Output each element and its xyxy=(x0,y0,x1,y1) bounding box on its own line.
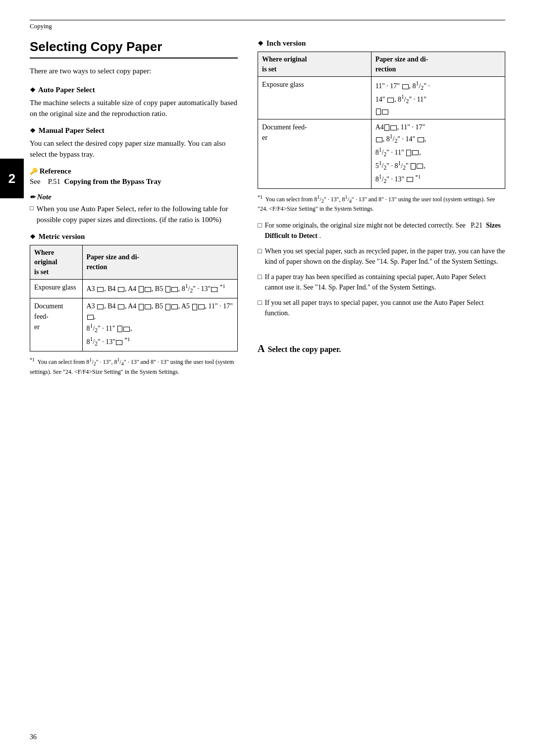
paper-icon xyxy=(382,110,388,115)
content-columns: Selecting Copy Paper There are two ways … xyxy=(30,39,505,383)
paper-icon xyxy=(118,287,124,292)
checkbox-bullet-r1: □ xyxy=(258,220,262,241)
key-icon: 🔑 xyxy=(30,168,38,175)
metric-row2-col2: A3 , B4 , A4 , B5 , A5 , 11" · 17", 81/2… xyxy=(82,298,238,351)
metric-col1-header: Where originalis set xyxy=(30,245,83,280)
metric-version-table: Where originalis set Paper size and di-r… xyxy=(30,245,238,352)
pencil-icon: ✏ xyxy=(30,193,35,201)
diamond-icon-4: ❖ xyxy=(258,40,264,47)
paper-icon xyxy=(117,326,122,332)
inch-version-title: ❖ Inch version xyxy=(258,39,505,48)
right-note-2: □ When you set special paper, such as re… xyxy=(258,246,505,267)
right-note-3-text: If a paper tray has been specified as co… xyxy=(265,272,505,292)
paper-icon xyxy=(417,164,423,169)
paper-icon xyxy=(171,304,178,309)
diamond-icon-3: ❖ xyxy=(30,233,36,240)
auto-paper-select-body: The machine selects a suitable size of c… xyxy=(30,97,238,119)
paper-icon xyxy=(411,163,416,170)
paper-icon xyxy=(118,304,124,309)
right-notes: □ For some originals, the original size … xyxy=(258,220,505,318)
paper-icon xyxy=(87,315,94,320)
inch-version-table: Where originalis set Paper size and di-r… xyxy=(258,52,505,189)
paper-icon xyxy=(139,286,144,292)
paper-icon xyxy=(376,137,382,142)
inch-version-label: Inch version xyxy=(267,39,306,47)
inch-row1-col1: Exposure glass xyxy=(258,77,372,119)
metric-col2-header: Paper size and di-rection xyxy=(82,245,238,280)
paper-icon xyxy=(171,287,178,292)
inch-row-1: Exposure glass 11" · 17" , 81/2" · 14" ,… xyxy=(258,77,505,119)
paper-icon xyxy=(387,98,394,103)
manual-paper-select-body: You can select the desired copy paper si… xyxy=(30,138,238,160)
inch-row1-col2: 11" · 17" , 81/2" · 14" , 81/2" · 11" xyxy=(371,77,505,119)
metric-row-1: Exposure glass A3 , B4 , A4 , B5 , 81/2"… xyxy=(30,280,238,298)
checkbox-bullet-r4: □ xyxy=(258,297,262,318)
paper-icon xyxy=(139,304,144,310)
metric-version-title: ❖ Metric version xyxy=(30,233,238,241)
paper-icon xyxy=(145,304,151,309)
metric-row2-col1: Document feed-er xyxy=(30,298,83,351)
page-number: 36 xyxy=(30,733,37,741)
paper-icon xyxy=(406,150,411,156)
reference-text: See P.51 Copying from the Bypass Tray xyxy=(30,177,238,186)
metric-row1-col1: Exposure glass xyxy=(30,280,83,298)
paper-icon xyxy=(97,304,104,309)
paper-icon xyxy=(402,84,409,89)
checkbox-bullet-r2: □ xyxy=(258,246,262,267)
paper-icon xyxy=(165,304,170,310)
right-note-3: □ If a paper tray has been specified as … xyxy=(258,272,505,292)
page-wrapper: 2 Copying Selecting Copy Paper There are… xyxy=(0,0,535,756)
reference-title: 🔑 Reference xyxy=(30,167,238,175)
note-label: Note xyxy=(37,193,52,201)
paper-icon xyxy=(412,150,419,155)
paper-icon xyxy=(390,125,397,130)
note-item-1: □ When you use Auto Paper Select, refer … xyxy=(30,203,238,226)
metric-row1-col2: A3 , B4 , A4 , B5 , 81/2" · 13" *1 xyxy=(82,280,238,298)
step-a-block: A Select the copy paper. xyxy=(258,333,505,354)
diamond-icon-2: ❖ xyxy=(30,127,36,134)
intro-text: There are two ways to select copy paper: xyxy=(30,65,238,77)
left-column: Selecting Copy Paper There are two ways … xyxy=(30,39,238,383)
paper-icon xyxy=(198,304,205,309)
paper-icon xyxy=(211,287,217,292)
auto-paper-select-title: ❖ Auto Paper Select xyxy=(30,86,238,94)
right-note-2-text: When you set special paper, such as recy… xyxy=(265,246,505,267)
note-item-1-text: When you use Auto Paper Select, refer to… xyxy=(37,203,238,226)
right-note-1: □ For some originals, the original size … xyxy=(258,220,505,241)
right-note-1-text: For some originals, the original size mi… xyxy=(265,220,505,241)
paper-icon xyxy=(97,287,104,292)
paper-icon xyxy=(165,286,170,292)
inch-footnote: *1 You can select from 81/2" · 13", 81/4… xyxy=(258,194,505,213)
inch-col1-header: Where originalis set xyxy=(258,52,372,77)
step-a-text: Select the copy paper. xyxy=(268,345,341,354)
chapter-tab: 2 xyxy=(0,159,24,198)
paper-icon xyxy=(376,109,381,115)
auto-paper-select-block: ❖ Auto Paper Select The machine selects … xyxy=(30,86,238,119)
metric-version-label: Metric version xyxy=(39,233,85,240)
step-a-letter: A xyxy=(258,343,265,354)
right-note-4: □ If you set all paper trays to special … xyxy=(258,297,505,318)
reference-block: 🔑 Reference See P.51 Copying from the By… xyxy=(30,167,238,186)
right-note-4-text: If you set all paper trays to special pa… xyxy=(265,297,505,318)
checkbox-bullet-r3: □ xyxy=(258,272,262,292)
reference-label: Reference xyxy=(40,167,71,175)
metric-row-2: Document feed-er A3 , B4 , A4 , B5 , A5 … xyxy=(30,298,238,351)
inch-row-2: Document feed-er A4, 11" · 17" , 81/2" ·… xyxy=(258,119,505,189)
paper-icon xyxy=(145,287,151,292)
inch-version-block: ❖ Inch version Where originalis set Pape… xyxy=(258,39,505,213)
manual-paper-select-block: ❖ Manual Paper Select You can select the… xyxy=(30,126,238,160)
manual-paper-select-label: Manual Paper Select xyxy=(39,126,105,134)
auto-paper-select-label: Auto Paper Select xyxy=(38,86,95,94)
section-title: Selecting Copy Paper xyxy=(30,39,238,58)
inch-col2-header: Paper size and di-rection xyxy=(371,52,505,77)
paper-icon xyxy=(192,304,197,310)
chapter-number: 2 xyxy=(8,171,15,186)
metric-footnote: *1 You can select from 81/2" · 13", 81/4… xyxy=(30,356,238,376)
top-rule xyxy=(30,20,505,20)
paper-icon xyxy=(123,327,130,332)
inch-row2-col1: Document feed-er xyxy=(258,119,372,189)
diamond-icon-1: ❖ xyxy=(30,86,36,94)
paper-icon xyxy=(384,124,389,131)
metric-version-block: ❖ Metric version Where originalis set Pa… xyxy=(30,233,238,376)
header-label: Copying xyxy=(30,22,505,30)
